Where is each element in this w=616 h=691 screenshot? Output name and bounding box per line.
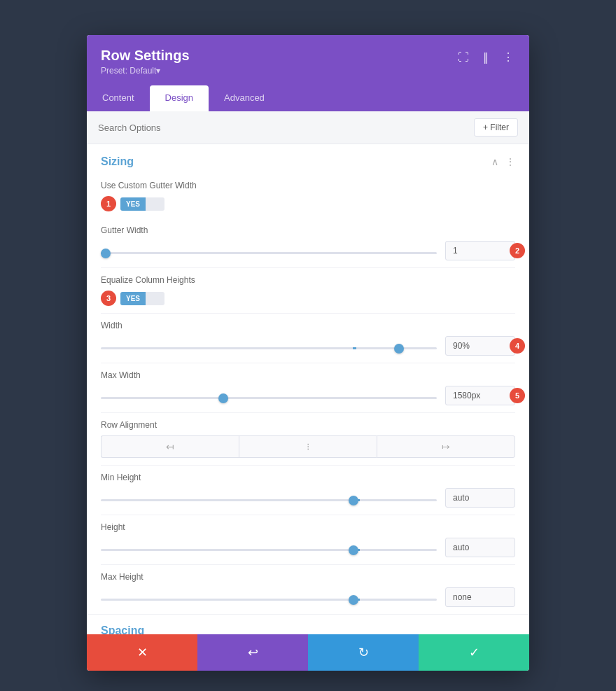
panel-header: Row Settings Preset: Default▾ ⛶ ‖ ⋮ [87,35,529,85]
min-height-slider-row [101,488,515,508]
width-slider[interactable] [101,347,437,349]
align-left-icon: ↤ [163,443,177,450]
align-left-option[interactable]: ↤ [101,435,239,458]
width-row: Width 4 [87,314,529,363]
max-width-input[interactable] [445,386,515,405]
row-alignment-label: Row Alignment [101,420,515,430]
fullscreen-icon[interactable]: ⛶ [456,51,470,64]
max-width-slider-row: 5 [101,386,515,405]
align-center-option[interactable]: ⁝ [239,435,377,458]
bottom-bar: ✕ ↩ ↻ ✓ [87,634,529,671]
max-height-slider[interactable] [101,599,437,601]
height-input[interactable] [445,538,515,557]
use-custom-gutter-toggle: 1 YES [101,196,515,211]
max-height-slider-wrapper [101,591,437,603]
width-input[interactable] [445,336,515,356]
use-custom-gutter-row: Use Custom Gutter Width 1 YES [87,174,529,218]
height-slider[interactable] [101,549,437,551]
panel-header-left: Row Settings Preset: Default▾ [101,48,190,76]
gutter-width-input[interactable] [445,241,515,260]
align-right-option[interactable]: ↦ [377,435,515,458]
equalize-heights-row: Equalize Column Heights 3 YES [87,268,529,313]
columns-icon[interactable]: ‖ [479,50,493,64]
max-width-row: Max Width 5 [87,363,529,412]
sizing-title: Sizing [101,155,134,168]
settings-content: Sizing ∧ ⋮ Use Custom Gutter Width 1 YES… [87,144,529,634]
gutter-width-value-wrap: 2 [445,241,515,260]
sizing-section-header: Sizing ∧ ⋮ [87,144,529,174]
more-options-icon[interactable]: ⋮ [501,50,515,64]
max-height-input[interactable] [445,587,515,607]
width-value-wrap: 4 [445,336,515,356]
redo-button[interactable]: ↻ [308,634,419,671]
min-height-value-wrap [445,488,515,508]
undo-button[interactable]: ↩ [197,634,308,671]
equalize-heights-label: Equalize Column Heights [101,275,515,285]
badge-4: 4 [510,338,525,354]
max-width-value-wrap: 5 [445,386,515,405]
tab-content[interactable]: Content [87,85,150,111]
cancel-button[interactable]: ✕ [87,634,197,671]
section-more-icon[interactable]: ⋮ [505,156,515,167]
gutter-width-label: Gutter Width [101,225,515,235]
height-row: Height [87,515,529,564]
badge-2: 2 [510,243,525,258]
max-height-label: Max Height [101,572,515,582]
gutter-width-row: Gutter Width 2 [87,218,529,267]
collapse-icon[interactable]: ∧ [491,156,498,167]
search-bar: + Filter [87,111,529,144]
width-slider-wrapper [101,340,437,352]
toggle-yes-gutter: YES [120,197,146,211]
badge-5: 5 [510,388,525,403]
tab-advanced[interactable]: Advanced [209,85,280,111]
toggle-switch-equalize[interactable]: YES [120,292,164,305]
height-value-wrap [445,538,515,557]
use-custom-gutter-label: Use Custom Gutter Width [101,181,515,190]
gutter-width-slider-wrapper [101,244,437,257]
section-controls: ∧ ⋮ [491,156,515,167]
badge-3: 3 [101,291,116,306]
equalize-heights-toggle: 3 YES [101,291,515,306]
panel-header-icons: ⛶ ‖ ⋮ [456,50,515,64]
align-center-icon: ⁝ [301,443,315,450]
max-width-slider-wrapper [101,389,437,402]
row-alignment-row: Row Alignment ↤ ⁝ ↦ [87,413,529,465]
max-width-slider[interactable] [101,397,437,399]
height-slider-wrapper [101,541,437,554]
gutter-width-slider[interactable] [101,252,437,254]
panel-title: Row Settings [101,48,190,64]
tabs-bar: Content Design Advanced [87,85,529,111]
min-height-row: Min Height [87,466,529,515]
tab-design[interactable]: Design [150,85,209,111]
panel-preset[interactable]: Preset: Default▾ [101,66,190,76]
alignment-options: ↤ ⁝ ↦ [101,435,515,458]
save-button[interactable]: ✓ [419,634,529,671]
gutter-width-slider-row: 2 [101,241,515,260]
min-height-slider-wrapper [101,491,437,504]
toggle-yes-equalize: YES [120,292,146,305]
width-slider-row: 4 [101,336,515,356]
badge-1: 1 [101,196,116,211]
search-input[interactable] [98,123,468,133]
max-height-slider-row [101,587,515,607]
toggle-no-gutter [146,197,164,211]
row-settings-panel: Row Settings Preset: Default▾ ⛶ ‖ ⋮ Cont… [87,35,529,671]
min-height-label: Min Height [101,473,515,482]
max-width-label: Max Width [101,370,515,380]
toggle-no-equalize [146,292,164,305]
height-slider-row [101,538,515,557]
height-label: Height [101,522,515,532]
align-right-icon: ↦ [439,443,453,450]
max-height-row: Max Height [87,565,529,614]
toggle-switch-gutter[interactable]: YES [120,197,164,211]
spacing-section-title: Spacing [87,614,529,634]
filter-button[interactable]: + Filter [474,118,518,137]
max-height-value-wrap [445,587,515,607]
min-height-input[interactable] [445,488,515,508]
width-label: Width [101,321,515,330]
min-height-slider[interactable] [101,499,437,501]
